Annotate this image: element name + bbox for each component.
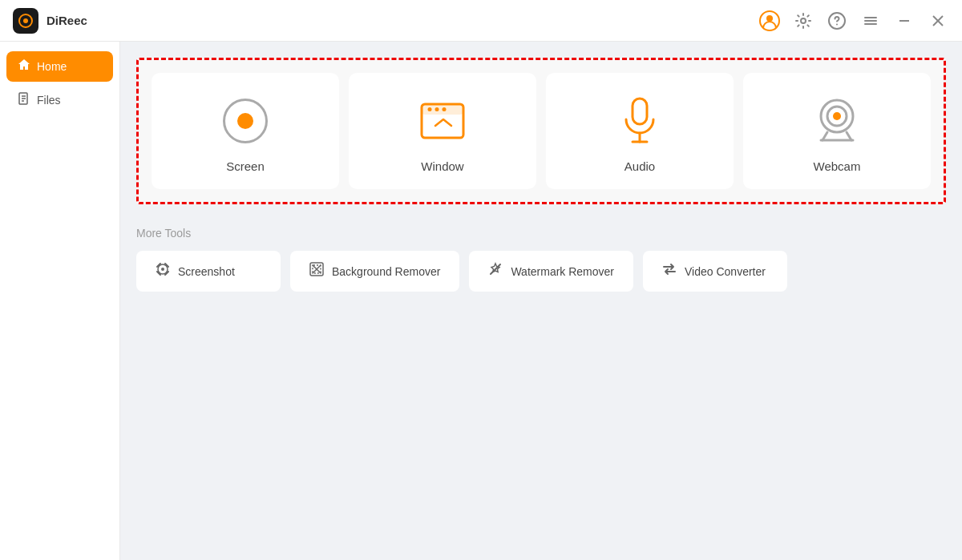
more-tools-heading: More Tools — [136, 227, 946, 240]
svg-point-24 — [161, 268, 164, 271]
sidebar-item-home[interactable]: Home — [6, 51, 113, 82]
settings-icon[interactable] — [792, 10, 814, 32]
background-remover-button[interactable]: Background Remover — [290, 251, 459, 292]
close-button[interactable] — [927, 10, 949, 32]
svg-rect-6 — [864, 20, 877, 22]
svg-rect-8 — [899, 20, 909, 22]
audio-icon-wrapper — [614, 95, 665, 147]
sidebar: Home Files — [0, 42, 120, 560]
recording-tools-section: Screen Window — [136, 58, 946, 204]
screen-icon-dot — [237, 113, 253, 129]
app-name: DiReec — [46, 14, 87, 27]
webcam-icon — [813, 97, 861, 145]
svg-point-15 — [435, 107, 439, 111]
help-icon[interactable] — [826, 10, 848, 32]
screen-label: Screen — [226, 159, 265, 173]
svg-point-1 — [766, 15, 773, 22]
watermark-remover-button[interactable]: Watermark Remover — [469, 251, 633, 292]
main-layout: Home Files Screen — [0, 42, 962, 560]
webcam-tool-card[interactable]: Webcam — [743, 73, 931, 189]
sidebar-files-label: Files — [37, 94, 61, 107]
more-tools-grid: Screenshot Background Remover — [136, 251, 946, 292]
background-remover-icon — [309, 262, 324, 280]
screen-icon-wrapper — [220, 95, 271, 147]
audio-tool-card[interactable]: Audio — [546, 73, 734, 189]
titlebar-left: DiReec — [13, 8, 87, 34]
webcam-icon-wrapper — [811, 95, 863, 147]
watermark-remover-label: Watermark Remover — [511, 265, 614, 278]
app-logo — [13, 8, 38, 34]
audio-icon — [620, 97, 660, 145]
audio-label: Audio — [624, 159, 655, 173]
window-icon — [419, 102, 466, 140]
sidebar-home-label: Home — [37, 60, 67, 73]
screenshot-label: Screenshot — [178, 265, 235, 278]
titlebar-right — [758, 10, 949, 32]
watermark-remover-icon — [488, 262, 503, 280]
window-label: Window — [421, 159, 463, 173]
svg-rect-7 — [864, 23, 877, 25]
menu-icon[interactable] — [859, 10, 882, 32]
svg-point-2 — [801, 18, 806, 23]
background-remover-label: Background Remover — [332, 265, 440, 278]
svg-point-22 — [833, 112, 841, 120]
screenshot-button[interactable]: Screenshot — [136, 251, 281, 292]
window-icon-wrapper — [417, 95, 468, 147]
svg-rect-17 — [633, 99, 647, 124]
screen-icon — [223, 99, 268, 143]
sidebar-item-files[interactable]: Files — [6, 85, 113, 115]
svg-point-4 — [836, 23, 838, 25]
svg-point-14 — [428, 107, 432, 111]
screen-tool-card[interactable]: Screen — [152, 73, 339, 189]
video-converter-label: Video Converter — [685, 265, 766, 278]
app-logo-inner — [18, 14, 33, 28]
files-icon — [18, 92, 30, 108]
minimize-button[interactable] — [893, 10, 916, 32]
screenshot-icon — [156, 262, 170, 280]
titlebar: DiReec — [0, 0, 962, 42]
svg-rect-5 — [864, 17, 877, 18]
account-icon[interactable] — [758, 10, 781, 32]
webcam-label: Webcam — [814, 159, 861, 173]
window-tool-card[interactable]: Window — [349, 73, 536, 189]
more-tools-section: More Tools Screenshot — [136, 227, 946, 292]
app-logo-dot — [23, 18, 28, 23]
home-icon — [18, 58, 30, 75]
video-converter-button[interactable]: Video Converter — [643, 251, 787, 292]
video-converter-icon — [662, 262, 677, 280]
svg-point-16 — [443, 107, 447, 111]
content-area: Screen Window — [120, 42, 962, 560]
